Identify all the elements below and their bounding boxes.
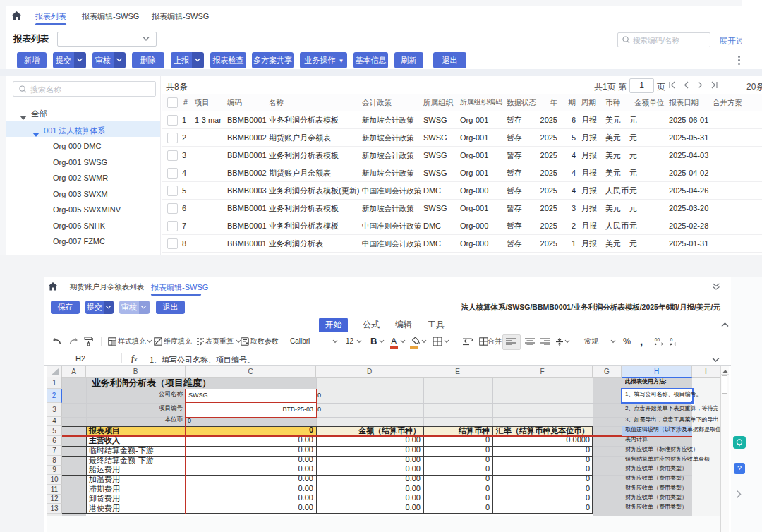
svg-text:.0: .0 xyxy=(669,337,673,342)
svg-text:.00: .00 xyxy=(653,337,660,342)
